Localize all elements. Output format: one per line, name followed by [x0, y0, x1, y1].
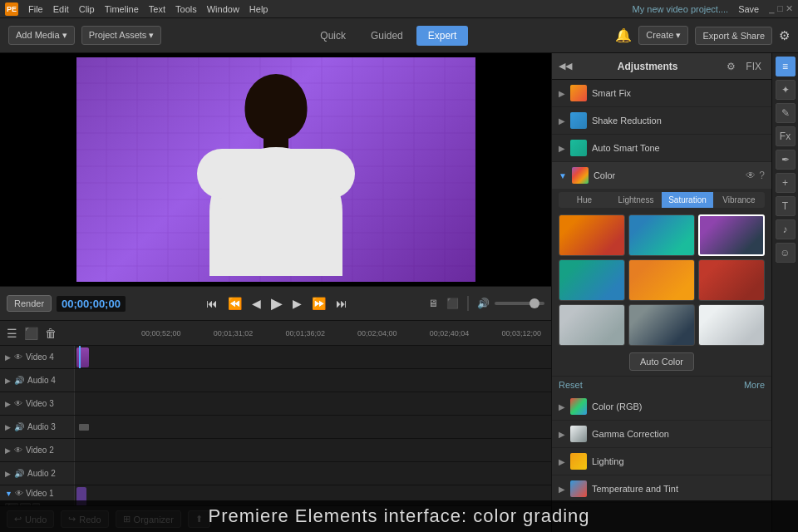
go-to-start-button[interactable]: ⏮: [204, 294, 220, 313]
track-expand-video2[interactable]: ▶: [5, 446, 11, 455]
rt-pen-icon[interactable]: ✒: [776, 150, 796, 170]
menu-file[interactable]: File: [28, 4, 43, 14]
more-label[interactable]: More: [744, 380, 765, 390]
swatch-9[interactable]: [698, 304, 765, 346]
monitor-icon-1[interactable]: 🖥: [428, 298, 438, 309]
adj-visibility-color[interactable]: 👁: [746, 170, 756, 181]
menu-tools[interactable]: Tools: [175, 4, 197, 14]
rt-fx-icon[interactable]: Fx: [776, 126, 796, 146]
tab-guided[interactable]: Guided: [359, 26, 415, 46]
auto-color-button[interactable]: Auto Color: [629, 352, 694, 371]
timeline-layout-icon[interactable]: ☰: [7, 327, 17, 340]
swatch-5[interactable]: [628, 259, 695, 301]
project-assets-button[interactable]: Project Assets ▾: [81, 26, 162, 45]
adj-toggle-shake[interactable]: ▶: [559, 116, 565, 126]
adj-lighting[interactable]: ▶ Lighting: [552, 448, 771, 475]
adj-toggle-temp[interactable]: ▶: [559, 485, 565, 494]
track-content-video3[interactable]: [75, 392, 551, 415]
render-button[interactable]: Render: [7, 295, 52, 312]
step-back-button[interactable]: ◀: [249, 294, 264, 313]
swatch-3[interactable]: [698, 214, 765, 256]
rewind-button[interactable]: ⏪: [225, 294, 244, 313]
adj-toggle-smart-fix[interactable]: ▶: [559, 89, 565, 98]
swatch-4[interactable]: [559, 259, 625, 301]
rt-text-icon[interactable]: T: [776, 196, 796, 216]
adj-shake-reduction[interactable]: ▶ Shake Reduction: [552, 107, 771, 135]
swatch-8[interactable]: [628, 304, 695, 346]
track-vis-video2[interactable]: 👁: [14, 446, 22, 455]
panel-settings-icon[interactable]: ⚙: [723, 59, 739, 74]
adj-info-color[interactable]: ?: [759, 170, 765, 181]
timeline-clip-icon[interactable]: ⬛: [24, 327, 38, 340]
save-button[interactable]: Save: [738, 4, 759, 14]
swatch-2[interactable]: [628, 214, 695, 256]
track-content-video2[interactable]: [75, 439, 551, 461]
publish-button[interactable]: ⬆: [188, 510, 210, 528]
organizer-button[interactable]: ⊞ Organizer: [116, 510, 181, 528]
video-preview[interactable]: [76, 57, 475, 282]
reset-label[interactable]: Reset: [559, 380, 583, 390]
color-tab-lightness[interactable]: Lightness: [610, 192, 662, 208]
adj-toggle-lighting[interactable]: ▶: [559, 457, 565, 466]
audio3-clip[interactable]: [79, 424, 89, 431]
rt-music-icon[interactable]: ♪: [776, 219, 796, 239]
tab-expert[interactable]: Expert: [416, 26, 469, 46]
rt-effects-icon[interactable]: ✦: [776, 80, 796, 100]
adj-auto-smart-tone[interactable]: ▶ Auto Smart Tone: [552, 135, 771, 162]
menu-help[interactable]: Help: [249, 4, 268, 14]
color-tab-saturation[interactable]: Saturation: [662, 192, 713, 208]
rt-adjust-icon[interactable]: ≡: [776, 57, 796, 76]
track-vol-audio4[interactable]: 🔊: [14, 376, 24, 385]
swatch-6[interactable]: [698, 259, 765, 301]
track-content-video1[interactable]: [75, 485, 551, 505]
color-tab-vibrance[interactable]: Vibrance: [713, 192, 765, 208]
export-button[interactable]: Export & Share: [695, 27, 772, 45]
play-button[interactable]: ▶: [268, 292, 285, 315]
adj-temperature-tint[interactable]: ▶ Temperature and Tint: [552, 475, 771, 503]
go-to-end-button[interactable]: ⏭: [333, 294, 350, 313]
track-expand-video4[interactable]: ▶: [5, 353, 11, 362]
track-content-audio3[interactable]: [75, 416, 551, 438]
adj-color-rgb[interactable]: ▶ Color (RGB): [552, 393, 771, 421]
panel-fix-tab[interactable]: FIX: [742, 59, 765, 74]
adj-smart-fix[interactable]: ▶ Smart Fix: [552, 80, 771, 107]
track-content-audio2[interactable]: [75, 462, 551, 485]
track-vis-video1[interactable]: 👁: [15, 489, 23, 498]
panel-collapse-icon[interactable]: ◀◀: [559, 61, 572, 71]
track-expand-audio4[interactable]: ▶: [5, 377, 11, 385]
menu-window[interactable]: Window: [207, 4, 239, 14]
fast-forward-button[interactable]: ⏩: [309, 294, 328, 313]
adj-color[interactable]: ▼ Color 👁 ?: [552, 162, 771, 189]
adj-toggle-gamma[interactable]: ▶: [559, 430, 565, 439]
redo-button[interactable]: ↪ Redo: [61, 510, 108, 528]
menu-timeline[interactable]: Timeline: [105, 4, 139, 14]
menu-clip[interactable]: Clip: [79, 4, 95, 14]
track-vis-video3[interactable]: 👁: [14, 399, 22, 408]
track-expand-audio3[interactable]: ▶: [5, 423, 11, 431]
rt-emoji-icon[interactable]: ☺: [776, 243, 796, 263]
add-media-button[interactable]: Add Media ▾: [8, 26, 75, 45]
track-vol-audio3[interactable]: 🔊: [14, 422, 24, 431]
track-vol-audio2[interactable]: 🔊: [14, 469, 24, 478]
volume-slider[interactable]: [495, 302, 544, 305]
menu-edit[interactable]: Edit: [53, 4, 69, 14]
create-button[interactable]: Create ▾: [638, 26, 688, 45]
timeline-delete-icon[interactable]: 🗑: [45, 327, 57, 340]
notification-icon[interactable]: 🔔: [615, 27, 632, 43]
rt-add-icon[interactable]: +: [776, 173, 796, 193]
track-vis-video4[interactable]: 👁: [14, 352, 22, 362]
undo-button[interactable]: ↩ Undo: [7, 510, 54, 528]
rt-edit-icon[interactable]: ✎: [776, 103, 796, 123]
monitor-icon-2[interactable]: ⬛: [446, 298, 459, 309]
swatch-7[interactable]: [559, 304, 625, 346]
track-content-audio4[interactable]: [75, 369, 551, 392]
track-content-video4[interactable]: [75, 346, 551, 368]
step-forward-button[interactable]: ▶: [290, 294, 304, 313]
adj-toggle-auto-smart[interactable]: ▶: [559, 144, 565, 153]
track-expand-audio2[interactable]: ▶: [5, 470, 11, 478]
adj-toggle-color-rgb[interactable]: ▶: [559, 402, 565, 411]
color-tab-hue[interactable]: Hue: [559, 192, 610, 208]
swatch-1[interactable]: [559, 214, 625, 256]
clip-video1[interactable]: [76, 487, 86, 505]
adj-toggle-color[interactable]: ▼: [559, 171, 567, 180]
